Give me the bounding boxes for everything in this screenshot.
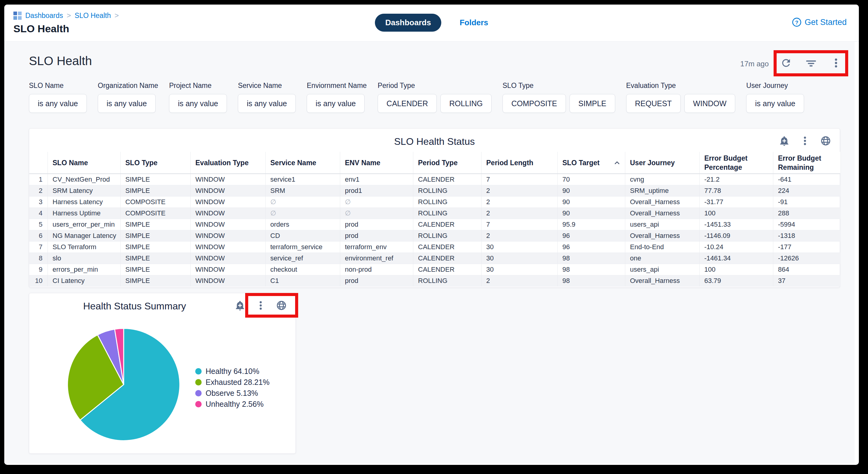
- filter-value-button[interactable]: is any value: [98, 94, 156, 113]
- filter-value-button[interactable]: REQUEST: [626, 94, 681, 113]
- column-header[interactable]: SLO Target: [557, 152, 625, 174]
- table-row: 9errors_per_minSIMPLEWINDOWcheckoutnon-p…: [29, 264, 840, 275]
- row-number-cell: 8: [29, 252, 48, 264]
- breadcrumb-link-slo-health[interactable]: SLO Health: [74, 11, 111, 20]
- filter-value-button[interactable]: COMPOSITE: [502, 94, 566, 113]
- table-cell: ∅: [340, 207, 413, 219]
- table-cell: CALENDER: [413, 174, 481, 185]
- globe-icon: [820, 135, 831, 146]
- legend-item[interactable]: Observe 5.13%: [195, 389, 270, 398]
- filter-label: Evaluation Type: [626, 81, 736, 90]
- column-header[interactable]: SLO Type: [120, 152, 190, 174]
- table-cell: -10.24: [699, 241, 773, 252]
- filter-label: Service Name: [238, 81, 296, 90]
- table-cell: SIMPLE: [120, 185, 190, 196]
- table-cell: WINDOW: [190, 230, 265, 241]
- table-cell: CALENDER: [413, 241, 481, 252]
- alert-bell-plus-button[interactable]: [235, 300, 246, 311]
- table-cell: CALENDER: [413, 264, 481, 275]
- annotation-box-tile-actions: [245, 293, 298, 317]
- table-cell: WINDOW: [190, 185, 265, 196]
- row-number-cell: 9: [29, 264, 48, 275]
- filter-label: Period Type: [378, 81, 492, 90]
- table-cell: WINDOW: [190, 219, 265, 230]
- column-header[interactable]: ENV Name: [340, 152, 413, 174]
- column-header[interactable]: Error Budget Remaining: [773, 152, 840, 174]
- filter-value-button[interactable]: is any value: [169, 94, 227, 113]
- table-cell: WINDOW: [190, 264, 265, 275]
- filter-group: Evaluation TypeREQUESTWINDOW: [626, 81, 736, 113]
- slo-health-status-table: SLO NameSLO TypeEvaluation TypeService N…: [29, 152, 840, 286]
- filter-value-button[interactable]: is any value: [29, 94, 87, 113]
- table-cell: 2: [481, 275, 557, 286]
- filter-bar: SLO Nameis any valueOrganization Nameis …: [29, 81, 804, 113]
- table-cell: 7: [481, 174, 557, 185]
- column-header[interactable]: Error Budget Percentage: [699, 152, 773, 174]
- top-header: Dashboards > SLO Health > SLO Health Das…: [4, 5, 859, 42]
- filter-group: Period TypeCALENDERROLLING: [378, 81, 492, 113]
- annotation-box-dashboard-actions: [774, 50, 848, 76]
- alert-bell-plus-button[interactable]: [779, 135, 790, 146]
- table-cell: terraform_service: [265, 241, 340, 252]
- row-number-cell: 6: [29, 230, 48, 241]
- filter-value-button[interactable]: WINDOW: [684, 94, 736, 113]
- column-header[interactable]: Evaluation Type: [190, 152, 265, 174]
- table-cell: CALENDER: [413, 252, 481, 264]
- legend-item[interactable]: Unhealthy 2.56%: [195, 400, 270, 409]
- table-cell: orders: [265, 219, 340, 230]
- table-cell: -1461.34: [699, 252, 773, 264]
- table-cell: -31.77: [699, 196, 773, 207]
- tile-more-options-button[interactable]: [800, 135, 810, 146]
- filter-value-button[interactable]: is any value: [307, 94, 365, 113]
- table-cell: COMPOSITE: [120, 207, 190, 219]
- legend-item[interactable]: Healthy 64.10%: [195, 367, 270, 376]
- table-cell: -177: [773, 241, 840, 252]
- column-header[interactable]: Period Type: [413, 152, 481, 174]
- filter-value-button[interactable]: ROLLING: [440, 94, 492, 113]
- question-circle-icon: ?: [792, 18, 802, 27]
- filter-label: SLO Name: [29, 81, 87, 90]
- table-cell: 63.79: [699, 275, 773, 286]
- filter-group: User Journeyis any value: [746, 81, 804, 113]
- table-row: 7SLO TerraformSIMPLEWINDOWterraform_serv…: [29, 241, 840, 252]
- kebab-menu-icon: [800, 135, 810, 146]
- get-started-link[interactable]: ? Get Started: [792, 18, 847, 27]
- table-cell: SIMPLE: [120, 241, 190, 252]
- breadcrumb-link-dashboards[interactable]: Dashboards: [25, 11, 63, 20]
- legend-item[interactable]: Exhausted 28.21%: [195, 378, 270, 387]
- filter-group: Service Nameis any value: [238, 81, 296, 113]
- table-cell: WINDOW: [190, 252, 265, 264]
- table-cell: 100: [699, 207, 773, 219]
- tile-globe-button[interactable]: [820, 135, 831, 146]
- table-cell: SIMPLE: [120, 174, 190, 185]
- row-number-cell: 3: [29, 196, 48, 207]
- table-cell: 30: [481, 264, 557, 275]
- filter-value-button[interactable]: is any value: [238, 94, 296, 113]
- column-header[interactable]: Period Length: [481, 152, 557, 174]
- tab-folders[interactable]: Folders: [460, 18, 488, 27]
- column-header[interactable]: Service Name: [265, 152, 340, 174]
- filter-value-button[interactable]: SIMPLE: [569, 94, 615, 113]
- table-cell: ROLLING: [413, 275, 481, 286]
- table-cell: WINDOW: [190, 207, 265, 219]
- table-cell: service1: [265, 174, 340, 185]
- table-cell: checkout: [265, 264, 340, 275]
- filter-value-button[interactable]: is any value: [746, 94, 804, 113]
- column-header[interactable]: User Journey: [625, 152, 699, 174]
- column-header[interactable]: SLO Name: [48, 152, 120, 174]
- table-row: 1CV_NextGen_ProdSIMPLEWINDOWservice1env1…: [29, 174, 840, 185]
- legend-label: Exhausted 28.21%: [206, 378, 270, 387]
- table-cell: NG Manager Latency: [48, 230, 120, 241]
- table-cell: Harness Latency: [48, 196, 120, 207]
- table-cell: CD: [265, 230, 340, 241]
- chevron-right-icon: >: [115, 11, 119, 20]
- table-cell: WINDOW: [190, 275, 265, 286]
- filter-value-button[interactable]: CALENDER: [378, 94, 437, 113]
- table-row: 2SRM LatencySIMPLEWINDOWSRMprod1ROLLING2…: [29, 185, 840, 196]
- legend-dot: [195, 390, 202, 397]
- row-number-cell: 10: [29, 275, 48, 286]
- tab-dashboards[interactable]: Dashboards: [375, 14, 441, 32]
- table-cell: slo: [48, 252, 120, 264]
- table-row: 5users_error_per_minSIMPLEWINDOWorderspr…: [29, 219, 840, 230]
- filter-group: Organization Nameis any value: [98, 81, 158, 113]
